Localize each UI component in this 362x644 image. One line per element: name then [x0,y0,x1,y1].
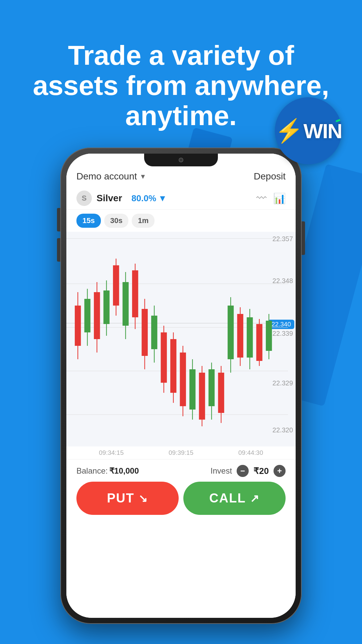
svg-rect-12 [104,290,110,324]
demo-account-button[interactable]: Demo account ▼ [76,171,146,182]
svg-rect-46 [266,321,272,351]
asset-row: S Silver 80.0% ▼ 〰 📊 [66,187,296,210]
balance-display: Balance: ₹10,000 [76,466,139,476]
svg-rect-44 [256,324,262,361]
phone-mockup: Demo account ▼ Deposit S Silver 80.0% ▼ [60,148,302,624]
svg-rect-26 [170,339,176,393]
svg-rect-24 [161,332,167,383]
put-arrow-icon: ↘ [138,492,148,505]
balance-invest-row: Balance: ₹10,000 Invest − ₹20 + [76,465,286,477]
call-arrow-icon: ↗ [250,492,260,505]
time-label-1: 09:34:15 [99,449,124,457]
dropdown-arrow-icon: ▼ [140,173,146,180]
tab-30s[interactable]: 30s [104,214,129,228]
tab-1m[interactable]: 1m [132,214,155,228]
bottom-panel: Balance: ₹10,000 Invest − ₹20 + [66,459,296,518]
demo-account-label: Demo account [76,171,137,182]
balance-value: ₹10,000 [109,466,139,475]
deposit-button[interactable]: Deposit [254,171,286,182]
svg-rect-38 [228,306,234,359]
asset-name: Silver [97,193,122,204]
svg-rect-16 [123,282,129,326]
time-label-3: 09:44:30 [238,449,263,457]
svg-rect-28 [180,353,186,406]
balance-label: Balance: [76,466,108,475]
svg-rect-8 [84,299,90,332]
bar-chart-icon[interactable]: 📊 [273,193,286,204]
power-button [302,221,305,255]
time-label-2: 09:39:15 [169,449,193,457]
asset-percent[interactable]: 80.0% ▼ [131,193,167,204]
svg-rect-42 [247,317,253,358]
svg-rect-40 [237,314,243,358]
svg-rect-30 [189,369,195,410]
svg-rect-20 [142,309,148,356]
screen-content: Demo account ▼ Deposit S Silver 80.0% ▼ [66,154,296,618]
camera [179,158,183,162]
chart-area: 22.357 22.348 22.340 22.339 22.329 22.32… [66,232,296,446]
tab-15s[interactable]: 15s [76,214,101,228]
put-button[interactable]: PUT ↘ [76,482,179,515]
time-tabs: 15s 30s 1m [66,210,296,232]
line-chart-icon[interactable]: 〰 [256,193,266,204]
invest-label: Invest [210,466,232,476]
action-buttons: PUT ↘ CALL ↗ [76,482,286,515]
volume-down-button [57,238,60,262]
volume-up-button [57,208,60,231]
invest-plus-button[interactable]: + [274,465,286,477]
percent-dropdown-icon: ▼ [158,193,167,204]
chart-time-labels: 09:34:15 09:39:15 09:44:30 [66,446,296,459]
chart-icons: 〰 📊 [256,193,286,204]
call-button[interactable]: CALL ↗ [183,482,286,515]
svg-rect-36 [218,373,224,413]
svg-rect-18 [132,270,138,317]
svg-rect-6 [75,306,81,346]
invest-amount: ₹20 [253,466,269,476]
svg-rect-22 [151,316,157,349]
svg-rect-34 [208,369,215,406]
phone-notch [144,154,218,166]
svg-rect-14 [113,265,119,306]
svg-rect-10 [94,292,100,339]
svg-rect-32 [199,373,205,420]
invest-minus-button[interactable]: − [237,465,249,477]
candlestick-chart [66,232,296,446]
invest-section: Invest − ₹20 + [210,465,286,477]
win-logo: ⚡ WIN ➜ [275,97,342,164]
asset-icon: S [76,191,92,206]
